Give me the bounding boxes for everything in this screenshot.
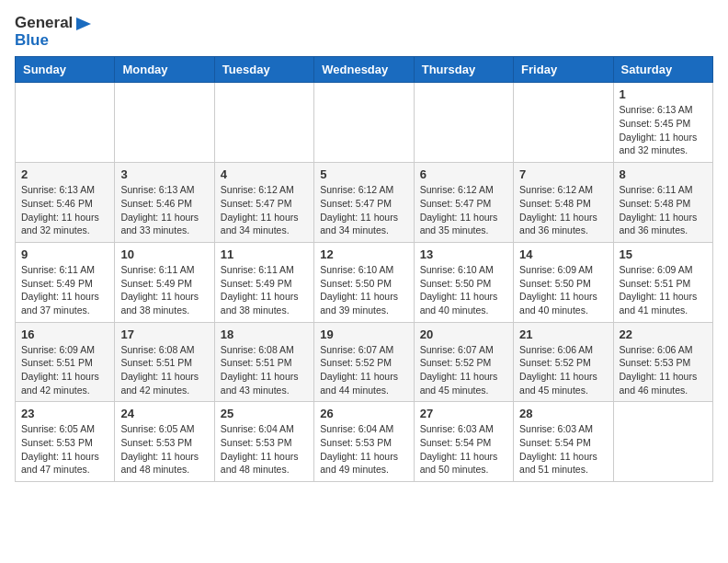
calendar-cell: 25Sunrise: 6:04 AM Sunset: 5:53 PM Dayli…	[214, 402, 313, 482]
day-number: 3	[120, 167, 208, 181]
day-number: 10	[120, 247, 208, 261]
calendar-cell: 12Sunrise: 6:10 AM Sunset: 5:50 PM Dayli…	[314, 242, 414, 322]
day-info: Sunrise: 6:09 AM Sunset: 5:50 PM Dayligh…	[519, 263, 607, 317]
calendar-cell: 15Sunrise: 6:09 AM Sunset: 5:51 PM Dayli…	[613, 242, 712, 322]
day-number: 19	[320, 327, 407, 341]
logo-wordmark: General Blue	[15, 15, 91, 49]
weekday-header-wednesday: Wednesday	[314, 57, 414, 83]
calendar-cell: 13Sunrise: 6:10 AM Sunset: 5:50 PM Dayli…	[414, 242, 513, 322]
day-info: Sunrise: 6:06 AM Sunset: 5:53 PM Dayligh…	[620, 343, 707, 397]
day-info: Sunrise: 6:11 AM Sunset: 5:49 PM Dayligh…	[221, 263, 308, 317]
day-info: Sunrise: 6:10 AM Sunset: 5:50 PM Dayligh…	[420, 263, 507, 317]
day-info: Sunrise: 6:03 AM Sunset: 5:54 PM Dayligh…	[420, 422, 507, 477]
day-number: 25	[221, 407, 308, 420]
calendar-cell: 16Sunrise: 6:09 AM Sunset: 5:51 PM Dayli…	[16, 322, 115, 402]
day-info: Sunrise: 6:04 AM Sunset: 5:53 PM Dayligh…	[221, 422, 308, 477]
calendar-cell: 24Sunrise: 6:05 AM Sunset: 5:53 PM Dayli…	[115, 402, 214, 482]
calendar-cell: 2Sunrise: 6:13 AM Sunset: 5:46 PM Daylig…	[16, 163, 115, 243]
calendar-cell	[214, 83, 313, 163]
day-number: 14	[519, 247, 607, 261]
calendar-week-5: 23Sunrise: 6:05 AM Sunset: 5:53 PM Dayli…	[16, 402, 713, 482]
calendar-cell: 8Sunrise: 6:11 AM Sunset: 5:48 PM Daylig…	[613, 163, 712, 243]
day-info: Sunrise: 6:11 AM Sunset: 5:48 PM Dayligh…	[620, 183, 707, 237]
calendar-table: SundayMondayTuesdayWednesdayThursdayFrid…	[15, 56, 713, 482]
day-number: 27	[420, 407, 507, 420]
day-number: 2	[21, 167, 108, 181]
calendar-cell: 28Sunrise: 6:03 AM Sunset: 5:54 PM Dayli…	[514, 402, 613, 482]
day-number: 8	[620, 167, 707, 181]
calendar-cell	[613, 402, 712, 482]
calendar-cell: 26Sunrise: 6:04 AM Sunset: 5:53 PM Dayli…	[314, 402, 414, 482]
day-info: Sunrise: 6:10 AM Sunset: 5:50 PM Dayligh…	[320, 263, 407, 317]
day-number: 11	[221, 247, 308, 261]
day-number: 17	[120, 327, 208, 341]
day-info: Sunrise: 6:12 AM Sunset: 5:47 PM Dayligh…	[221, 183, 308, 237]
day-number: 28	[519, 407, 607, 420]
day-number: 9	[21, 247, 108, 261]
calendar-week-2: 2Sunrise: 6:13 AM Sunset: 5:46 PM Daylig…	[16, 163, 713, 243]
day-info: Sunrise: 6:11 AM Sunset: 5:49 PM Dayligh…	[120, 263, 208, 317]
calendar-week-3: 9Sunrise: 6:11 AM Sunset: 5:49 PM Daylig…	[16, 242, 713, 322]
calendar-cell: 3Sunrise: 6:13 AM Sunset: 5:46 PM Daylig…	[115, 163, 214, 243]
day-info: Sunrise: 6:09 AM Sunset: 5:51 PM Dayligh…	[21, 343, 108, 397]
calendar-cell: 18Sunrise: 6:08 AM Sunset: 5:51 PM Dayli…	[214, 322, 313, 402]
day-number: 22	[620, 327, 707, 341]
day-number: 23	[21, 407, 108, 420]
day-number: 16	[21, 327, 108, 341]
day-number: 21	[519, 327, 607, 341]
day-number: 5	[320, 167, 407, 181]
day-info: Sunrise: 6:13 AM Sunset: 5:46 PM Dayligh…	[21, 183, 108, 237]
day-info: Sunrise: 6:05 AM Sunset: 5:53 PM Dayligh…	[120, 422, 208, 477]
weekday-header-sunday: Sunday	[16, 57, 115, 83]
day-number: 26	[320, 407, 407, 420]
day-number: 24	[120, 407, 208, 420]
day-info: Sunrise: 6:09 AM Sunset: 5:51 PM Dayligh…	[620, 263, 707, 317]
weekday-header-saturday: Saturday	[613, 57, 712, 83]
day-info: Sunrise: 6:06 AM Sunset: 5:52 PM Dayligh…	[519, 343, 607, 397]
day-info: Sunrise: 6:11 AM Sunset: 5:49 PM Dayligh…	[21, 263, 108, 317]
calendar-cell: 6Sunrise: 6:12 AM Sunset: 5:47 PM Daylig…	[414, 163, 513, 243]
logo-arrow-icon	[74, 17, 91, 30]
day-info: Sunrise: 6:12 AM Sunset: 5:47 PM Dayligh…	[420, 183, 507, 237]
day-number: 6	[420, 167, 507, 181]
day-info: Sunrise: 6:07 AM Sunset: 5:52 PM Dayligh…	[420, 343, 507, 397]
calendar-cell: 5Sunrise: 6:12 AM Sunset: 5:47 PM Daylig…	[314, 163, 414, 243]
calendar-cell: 20Sunrise: 6:07 AM Sunset: 5:52 PM Dayli…	[414, 322, 513, 402]
calendar-cell: 9Sunrise: 6:11 AM Sunset: 5:49 PM Daylig…	[16, 242, 115, 322]
calendar-cell: 19Sunrise: 6:07 AM Sunset: 5:52 PM Dayli…	[314, 322, 414, 402]
calendar-week-1: 1Sunrise: 6:13 AM Sunset: 5:45 PM Daylig…	[16, 83, 713, 163]
page-header: General Blue	[15, 15, 713, 49]
weekday-header-friday: Friday	[514, 57, 613, 83]
day-number: 7	[519, 167, 607, 181]
calendar-cell: 17Sunrise: 6:08 AM Sunset: 5:51 PM Dayli…	[115, 322, 214, 402]
calendar-cell: 4Sunrise: 6:12 AM Sunset: 5:47 PM Daylig…	[214, 163, 313, 243]
weekday-header-row: SundayMondayTuesdayWednesdayThursdayFrid…	[16, 57, 713, 83]
day-info: Sunrise: 6:08 AM Sunset: 5:51 PM Dayligh…	[120, 343, 208, 397]
calendar-cell: 7Sunrise: 6:12 AM Sunset: 5:48 PM Daylig…	[514, 163, 613, 243]
day-info: Sunrise: 6:13 AM Sunset: 5:45 PM Dayligh…	[620, 103, 707, 157]
day-info: Sunrise: 6:08 AM Sunset: 5:51 PM Dayligh…	[221, 343, 308, 397]
day-number: 13	[420, 247, 507, 261]
day-info: Sunrise: 6:12 AM Sunset: 5:48 PM Dayligh…	[519, 183, 607, 237]
day-number: 18	[221, 327, 308, 341]
calendar-cell	[115, 83, 214, 163]
calendar-cell	[514, 83, 613, 163]
day-info: Sunrise: 6:05 AM Sunset: 5:53 PM Dayligh…	[21, 422, 108, 477]
weekday-header-monday: Monday	[115, 57, 214, 83]
calendar-cell: 23Sunrise: 6:05 AM Sunset: 5:53 PM Dayli…	[16, 402, 115, 482]
calendar-cell	[314, 83, 414, 163]
logo-general-text: General	[15, 14, 73, 31]
calendar-cell: 27Sunrise: 6:03 AM Sunset: 5:54 PM Dayli…	[414, 402, 513, 482]
svg-marker-0	[76, 17, 91, 30]
calendar-cell: 22Sunrise: 6:06 AM Sunset: 5:53 PM Dayli…	[613, 322, 712, 402]
day-number: 4	[221, 167, 308, 181]
calendar-cell: 1Sunrise: 6:13 AM Sunset: 5:45 PM Daylig…	[613, 83, 712, 163]
calendar-cell: 11Sunrise: 6:11 AM Sunset: 5:49 PM Dayli…	[214, 242, 313, 322]
day-number: 1	[620, 87, 707, 101]
calendar-cell: 14Sunrise: 6:09 AM Sunset: 5:50 PM Dayli…	[514, 242, 613, 322]
calendar-cell: 21Sunrise: 6:06 AM Sunset: 5:52 PM Dayli…	[514, 322, 613, 402]
logo-blue-text: Blue	[15, 31, 49, 49]
day-info: Sunrise: 6:13 AM Sunset: 5:46 PM Dayligh…	[120, 183, 208, 237]
calendar-cell	[16, 83, 115, 163]
day-info: Sunrise: 6:04 AM Sunset: 5:53 PM Dayligh…	[320, 422, 407, 477]
